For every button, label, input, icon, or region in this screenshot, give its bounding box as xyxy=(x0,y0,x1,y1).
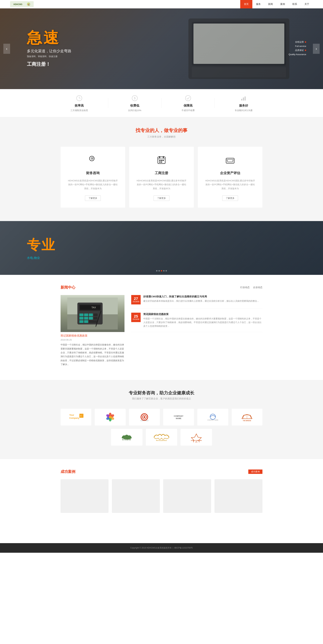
feature-divider-3 xyxy=(214,98,215,108)
client-logo-yourco2: YOUR COMPANY xyxy=(180,429,212,446)
asset-icon xyxy=(205,155,256,168)
svg-rect-25 xyxy=(161,160,162,161)
service-desc-1: HDHCMS出套系统是HDHCMS团队通过多年经验开发的一款PC网站+手机网站+… xyxy=(67,179,118,190)
feature-title-4: 服务好 xyxy=(239,104,248,108)
svg-rect-47 xyxy=(94,314,98,316)
svg-point-65 xyxy=(144,416,145,418)
cases-grid xyxy=(61,479,262,530)
services-section-title: 找专业的人，做专业的事 xyxy=(0,127,323,134)
service-link-1[interactable]: 了解更多 xyxy=(85,196,101,201)
feature-desc-3: 不成功不收费 xyxy=(182,109,195,112)
hero-next-arrow[interactable]: › xyxy=(313,44,320,54)
nav-item-about[interactable]: 关于 xyxy=(301,0,313,8)
footer-copyright: Copyright © 2019 HDHCMS出套系统版权所有 | 闽ICP备1… xyxy=(61,546,262,549)
svg-text:YOUR LOGO: YOUR LOGO xyxy=(140,420,148,422)
news-date-box-1: 27 2019/09 xyxy=(131,295,141,304)
svg-rect-16 xyxy=(245,96,246,100)
clients-inner: 专业财务咨询，助力企业健康成长 我们服务了了解百家企业，客户的满意是我们持的价值… xyxy=(61,390,262,446)
banner-dots xyxy=(156,270,167,272)
feature-desc-1: 三天领取营业执照 xyxy=(71,109,88,112)
service-link-2[interactable]: 了解更多 xyxy=(154,196,169,201)
svg-rect-27 xyxy=(159,162,160,162)
svg-rect-23 xyxy=(163,156,164,158)
hero-badges: 全程运营 Full service 品质保证 Quality Assurance xyxy=(288,40,306,57)
case-item-3[interactable] xyxy=(163,479,211,513)
svg-rect-45 xyxy=(79,320,84,323)
news-item-2: 25 2019/08 简花国家税收优惠政策 中国是一个法制社会，相以中国的法律是… xyxy=(131,313,262,332)
svg-rect-28 xyxy=(161,162,162,162)
svg-text:+: + xyxy=(80,414,82,417)
nav-item-cases[interactable]: 案例 xyxy=(276,0,289,8)
nav-item-contact[interactable]: 联系 xyxy=(289,0,301,8)
feature-efficiency: 效率高 三天领取营业执照 xyxy=(71,94,88,112)
case-item-2[interactable] xyxy=(112,479,160,513)
svg-text:TAX: TAX xyxy=(92,306,96,309)
news-section: 新闻中心 行业动态 企业动态 xyxy=(0,275,323,380)
svg-rect-26 xyxy=(163,160,164,161)
service-name-2: 工商注册 xyxy=(136,171,187,175)
services-section: 找专业的人，做专业的事 三大财务业务，全面解解您 G + 财务咨询 HDHCMS… xyxy=(0,117,323,221)
svg-rect-39 xyxy=(79,314,84,316)
svg-rect-30 xyxy=(227,160,233,162)
client-logo-royalwings: ROYALWINGS xyxy=(146,429,177,446)
svg-rect-22 xyxy=(159,156,160,158)
svg-point-69 xyxy=(210,414,215,420)
news-item-title-2[interactable]: 简花国家税收优惠政策 xyxy=(143,313,262,316)
news-item-title-1[interactable]: 好借通CMS快速入门，快速了解社出选痛析的建立与布局 xyxy=(143,295,259,298)
banner-dot-4[interactable] xyxy=(163,270,165,272)
clients-section: 专业财务咨询，助力企业健康成长 我们服务了了解百家企业，客户的满意是我们持的价值… xyxy=(0,380,323,459)
news-ym-1: 2019/09 xyxy=(133,300,139,302)
news-ym-2: 2019/08 xyxy=(133,318,139,320)
svg-text:$: $ xyxy=(134,96,136,100)
svg-rect-7 xyxy=(192,67,286,77)
svg-text:YOUR COMPANY: YOUR COMPANY xyxy=(191,440,202,441)
client-logo-target: YOUR LOGO xyxy=(129,409,160,426)
service-name-1: 财务咨询 xyxy=(67,171,118,175)
service-card-registration: 工商注册 HDHCMS出套系统是HDHCMS团队通过多年经验开发的一款PC网站+… xyxy=(129,147,194,208)
svg-text:🚛: 🚛 xyxy=(28,3,30,6)
svg-rect-42 xyxy=(79,317,84,320)
svg-text:Your: Your xyxy=(69,414,74,416)
news-day-1: 27 xyxy=(134,297,138,300)
clients-logo-row-1: Your Company + xyxy=(61,409,262,426)
news-item-text-1: 好借通CMS快速入门，快速了解社出选痛析的建立与布局 建立好开始的基本准备就是百… xyxy=(143,295,259,304)
clients-title: 专业财务咨询，助力企业健康成长 xyxy=(61,390,262,396)
service-desc-3: HDHCMS出套系统是HDHCMS团队通过多年经验开发的一款PC网站+手机网站+… xyxy=(205,179,256,190)
svg-text:HDHCMS: HDHCMS xyxy=(14,3,22,6)
news-tab-industry[interactable]: 行业动态 xyxy=(240,286,250,289)
news-list: 27 2019/09 好借通CMS快速入门，快速了解社出选痛析的建立与布局 建立… xyxy=(131,295,262,366)
svg-text:ROYALWINGS: ROYALWINGS xyxy=(156,440,167,441)
hero-badge-1: 全程运营 xyxy=(288,40,306,44)
banner-dot-2[interactable] xyxy=(158,270,160,272)
svg-rect-46 xyxy=(84,320,88,323)
clock-icon xyxy=(75,94,83,102)
client-logo-stadia: STADIA xyxy=(111,429,143,446)
case-item-1[interactable] xyxy=(61,479,109,513)
features-bar: 效率高 三天领取营业执照 $ 收费低 比同行低10% 保障高 不成功不收费 服务… xyxy=(0,89,323,117)
hero-subtitle: 多元化渠道，让你少走弯路 xyxy=(27,48,71,54)
news-article-title[interactable]: 简记国家税收优惠政策 xyxy=(61,334,125,338)
check-icon xyxy=(184,94,192,102)
news-tab-company[interactable]: 企业动态 xyxy=(253,286,262,289)
service-card-finance: G + 财务咨询 HDHCMS出套系统是HDHCMS团队通过多年经验开发的一款P… xyxy=(61,147,125,208)
svg-rect-44 xyxy=(89,317,93,320)
case-item-4[interactable] xyxy=(214,479,262,513)
nav-item-home[interactable]: 首页 xyxy=(240,0,252,8)
service-name-3: 企业资产评估 xyxy=(205,171,256,175)
logo[interactable]: HDHCMS 🚛 xyxy=(10,1,34,7)
cases-title: 成功案例 xyxy=(61,469,75,474)
nav-item-news[interactable]: 新闻 xyxy=(264,0,276,8)
service-link-3[interactable]: 了解更多 xyxy=(222,196,238,201)
hero-prev-arrow[interactable]: ‹ xyxy=(3,44,10,54)
clients-subtitle: 我们服务了了解百家企业，客户的满意是我们持的价值义 xyxy=(61,397,262,400)
cases-more-button[interactable]: 成功案例 xyxy=(248,470,262,474)
services-section-subtitle: 三大财务业务，全面解解您 xyxy=(0,135,323,138)
svg-text:+: + xyxy=(93,157,94,159)
news-body: TAX xyxy=(61,295,262,366)
banner-dot-5[interactable] xyxy=(166,270,167,272)
news-article-date: 2019-06-25 xyxy=(61,338,125,341)
svg-rect-40 xyxy=(84,314,88,316)
banner-dot-1[interactable] xyxy=(156,270,157,272)
nav-item-services[interactable]: 服务 xyxy=(252,0,264,8)
banner-dot-3[interactable] xyxy=(161,270,162,272)
